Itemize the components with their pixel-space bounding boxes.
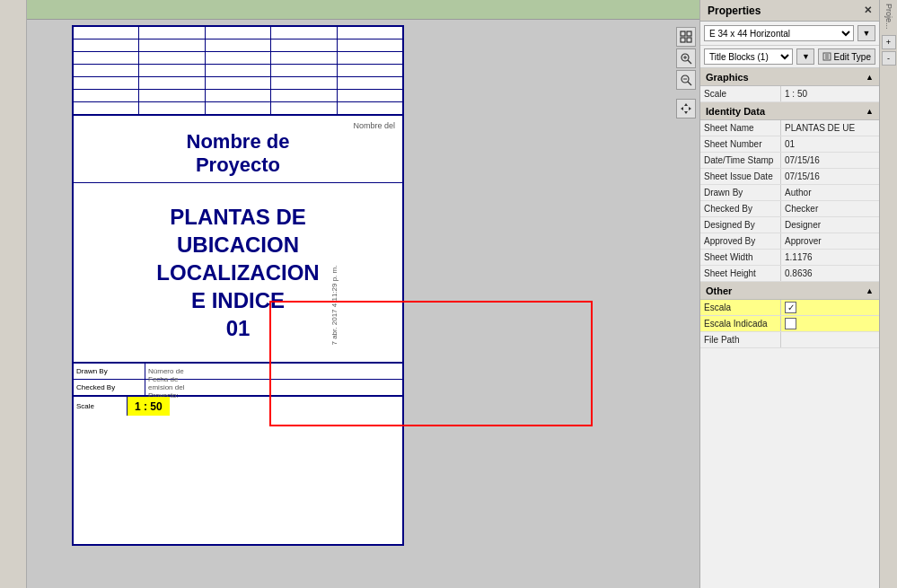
title-blocks-select[interactable]: Title Blocks (1) — [704, 48, 793, 65]
sheet-type-select[interactable]: E 34 x 44 Horizontal — [704, 25, 854, 41]
grid-cell — [206, 27, 271, 39]
designed-by-label: Designed By — [700, 217, 781, 233]
checked-by-prop-value: Checker — [781, 201, 879, 216]
drawn-by-prop-label: Drawn By — [700, 185, 781, 200]
grid-cell — [338, 90, 402, 101]
datetime-stamp-label: Date/Time Stamp — [700, 153, 781, 168]
escala-row: Escala ✓ — [700, 300, 879, 316]
sheet-width-value: 1.1176 — [781, 250, 879, 265]
panel-title: Properties — [708, 4, 761, 17]
right-sidebar-btn1[interactable]: + — [882, 35, 896, 49]
edit-type-label: Edit Type — [833, 52, 871, 62]
svg-marker-11 — [684, 103, 688, 106]
grid-cell — [206, 102, 271, 114]
sheet-width-label: Sheet Width — [700, 250, 781, 265]
escala-indicada-row: Escala Indicada — [700, 316, 879, 332]
sheet-number-row: Sheet Number 01 — [700, 136, 879, 153]
sheet-issue-date-value: 07/15/16 — [781, 169, 879, 184]
grid-cell — [206, 77, 271, 89]
svg-rect-1 — [687, 31, 691, 36]
edit-type-row: Title Blocks (1) ▼ Edit Type — [700, 46, 879, 68]
grid-row — [74, 77, 402, 90]
grid-cell — [338, 102, 402, 114]
grid-cell — [139, 102, 205, 114]
svg-line-5 — [688, 60, 691, 64]
panel-close-btn[interactable]: ✕ — [864, 4, 872, 16]
panel-title-bar: Properties ✕ — [700, 0, 879, 22]
pan-btn[interactable] — [676, 99, 696, 118]
graphics-scale-value: 1 : 50 — [781, 86, 879, 101]
project-name-text: Nombre deProyecto — [187, 130, 290, 177]
escala-indicada-checkbox[interactable] — [785, 318, 796, 329]
scale-row: Scale 1 : 50 — [74, 396, 402, 416]
zoom-fit-btn[interactable] — [676, 27, 696, 47]
grid-cell — [74, 52, 139, 64]
separator — [676, 92, 696, 97]
graphics-section-label: Graphics — [706, 72, 749, 83]
grid-cell — [271, 27, 337, 39]
right-sidebar-btn2[interactable]: - — [882, 51, 896, 66]
designed-by-value: Designer — [781, 217, 879, 233]
sheet-name-row: Sheet Name PLANTAS DE UE — [700, 120, 879, 136]
title-block: Nombre del Nombre deProyecto PLANTAS DEU… — [72, 25, 404, 546]
view-controls — [676, 27, 696, 118]
right-sidebar-label[interactable]: Proje... — [884, 4, 893, 30]
grid-cell — [271, 102, 337, 114]
escala-label: Escala — [700, 300, 781, 315]
sheet-height-value: 0.8636 — [781, 266, 879, 281]
escala-checkbox[interactable]: ✓ — [785, 302, 796, 313]
approved-by-label: Approved By — [700, 233, 781, 249]
svg-marker-14 — [689, 107, 691, 110]
drawn-by-row: Drawn By Author — [700, 185, 879, 201]
nombre-label: Nombre del — [353, 121, 399, 130]
drawn-by-label: Drawn By — [74, 364, 145, 379]
scale-value: 1 : 50 — [128, 397, 170, 416]
graphics-scale-label: Scale — [700, 86, 781, 101]
main-title-area: PLANTAS DEUBICACIONLOCALIZACIONE INDICE0… — [74, 183, 402, 363]
grid-row — [74, 39, 402, 52]
grid-cell — [271, 39, 337, 51]
other-section-header[interactable]: Other ▲ — [700, 282, 879, 300]
checked-by-row: Checked By Checker — [700, 201, 879, 217]
grid-cell — [206, 52, 271, 64]
file-path-label: File Path — [700, 332, 781, 347]
grid-row — [74, 52, 402, 65]
grid-cell — [206, 65, 271, 76]
drawn-by-prop-value: Author — [781, 185, 879, 200]
grid-cell — [271, 65, 337, 76]
grid-cell — [74, 65, 139, 76]
grid-cell — [74, 27, 139, 39]
grid-cell — [139, 65, 205, 76]
grid-row — [74, 27, 402, 39]
title-blocks-expand-btn[interactable]: ▼ — [796, 48, 814, 65]
graphics-section-header[interactable]: Graphics ▲ — [700, 68, 879, 86]
svg-rect-3 — [687, 38, 691, 42]
fecha2-label: Fecha deemision delProyecto: — [148, 375, 184, 399]
file-path-row: File Path — [700, 332, 879, 348]
top-bar — [27, 0, 699, 20]
designed-by-row: Designed By Designer — [700, 217, 879, 233]
grid-cell — [338, 65, 402, 76]
zoom-btn[interactable] — [676, 48, 696, 68]
zoom-out-btn[interactable] — [676, 70, 696, 90]
sheet-number-value: 01 — [781, 136, 879, 152]
info-rows: Drawn By Número de Checked By Fecha deem… — [74, 363, 402, 396]
svg-rect-2 — [681, 38, 685, 42]
graphics-scale-row: Scale 1 : 50 — [700, 86, 879, 102]
grid-row — [74, 65, 402, 77]
grid-row — [74, 102, 402, 115]
escala-indicada-value — [781, 316, 879, 331]
sheet-number-label: Sheet Number — [700, 136, 781, 152]
side-timestamp: 7 abr. 2017 4:11:29 p. m. — [330, 266, 339, 346]
info-row-checked: Checked By Fecha deemision delProyecto: — [74, 380, 402, 396]
edit-type-btn[interactable]: Edit Type — [818, 48, 875, 65]
grid-cell — [139, 27, 205, 39]
dropdown-expand-btn[interactable]: ▼ — [857, 25, 875, 41]
datetime-stamp-row: Date/Time Stamp 07/15/16 — [700, 153, 879, 169]
graphics-section-arrow: ▲ — [866, 73, 874, 82]
svg-line-9 — [688, 82, 691, 85]
panel-scroll: Graphics ▲ Scale 1 : 50 Identity Data ▲ … — [700, 68, 879, 588]
dropdown-row: E 34 x 44 Horizontal ▼ — [700, 22, 879, 46]
identity-data-section-header[interactable]: Identity Data ▲ — [700, 102, 879, 120]
svg-marker-13 — [681, 107, 683, 110]
